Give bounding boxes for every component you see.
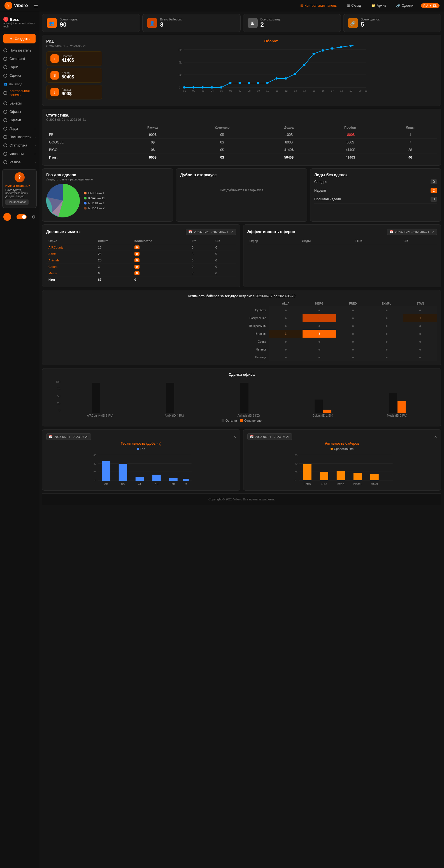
table-row: Meals 6 0 0 0 xyxy=(46,270,236,277)
nav-archive[interactable]: 📁 Архив xyxy=(369,4,388,7)
svg-text:60: 60 xyxy=(294,454,297,457)
nav-dashboard[interactable]: ⊞ Контрольная панель xyxy=(298,4,339,7)
svg-text:0: 0 xyxy=(294,479,296,482)
cell-dot xyxy=(318,357,320,358)
buyers-stat-value: 3 xyxy=(160,21,182,28)
sidebar-item-deal[interactable]: Сделка xyxy=(0,71,39,80)
svg-text:30: 30 xyxy=(94,462,96,465)
stat-card-commands: ⊞ Всего команд: 2 xyxy=(243,14,341,32)
offices-icon xyxy=(3,110,7,114)
cell-dot xyxy=(419,325,421,327)
cell-dot xyxy=(419,333,421,335)
nav-deals[interactable]: 🔗 Сделки xyxy=(394,4,415,7)
offer-date-filter[interactable]: 📅 2023-06-21 - 2023-06-21 ✕ xyxy=(387,229,437,235)
sidebar-item-command[interactable]: Command xyxy=(0,55,39,63)
hamburger-icon[interactable]: ☰ xyxy=(34,2,38,9)
svg-rect-77 xyxy=(303,464,311,480)
sidebar-bottom-orange-btn[interactable] xyxy=(3,213,11,221)
legend-ru-ru: RU/RU — 2 xyxy=(84,207,105,210)
svg-rect-59 xyxy=(119,464,127,481)
duplicates-section: Дубли в сторхаусе Нет дубликатов в сторх… xyxy=(176,168,307,222)
sidebar-nav-offices[interactable]: Офисы xyxy=(0,107,39,116)
heatmap-cell xyxy=(336,330,370,338)
table-row: Воскресенье21 xyxy=(46,314,437,322)
cell-dot xyxy=(318,310,320,311)
geo-activity-date[interactable]: 📅 2023-06-01 - 2023-06-21 xyxy=(46,433,91,440)
sidebar-nav-controlpanel[interactable]: Контрольная панель xyxy=(0,87,39,99)
geo-activity-title: Геоактивность (добыча) xyxy=(46,441,236,445)
sidebar: 1 Boss admin@command.vibero.tech ＋ Созда… xyxy=(0,11,39,868)
limits-total-ftd xyxy=(189,277,213,283)
limits-total-qty: 0 xyxy=(132,277,190,283)
offer-table: Офер Лиды FTDs CR xyxy=(247,238,437,244)
limits-date-filter[interactable]: 📅 2023-06-21 - 2023-06-21 ✕ xyxy=(186,229,236,235)
sidebar-item-office[interactable]: Офис xyxy=(0,63,39,71)
table-row: Alwix 23 0 0 0 xyxy=(46,251,236,257)
stat-cards: 👥 Всего лидов: 90 👤 Всего байеров: 3 ⊞ В… xyxy=(42,14,441,32)
sidebar-nav-stats[interactable]: Статистика › xyxy=(0,141,39,150)
stats-row-expense: 900$ xyxy=(122,131,184,139)
sidebar-nav-finance[interactable]: Финансы › xyxy=(0,150,39,158)
misc-expand-icon: › xyxy=(35,161,36,164)
sidebar-nav-leads[interactable]: Лиды › xyxy=(0,124,39,133)
limits-col-ftd: Ftd xyxy=(189,238,213,244)
sidebar-nav-misc[interactable]: Разное › xyxy=(0,158,39,166)
sidebar-nav-users[interactable]: Пользователи › xyxy=(0,133,39,141)
heatmap-cell xyxy=(303,306,336,314)
kz-at-dot xyxy=(84,197,87,199)
theme-toggle[interactable] xyxy=(17,214,27,219)
leads-expand-icon: › xyxy=(35,127,36,130)
stats-row-held: 0$ xyxy=(184,146,260,154)
svg-text:4k: 4k xyxy=(179,61,182,64)
stats-section: Статистика. С 2023-06-01 по 2023-06-21 Р… xyxy=(42,109,441,165)
stats-row-profit: 800$ xyxy=(317,139,383,146)
lang-toggle[interactable]: RU ● EN xyxy=(421,3,440,8)
commands-stat-value: 2 xyxy=(260,21,281,28)
heatmap-col-fred: FRED xyxy=(336,301,370,306)
stats-col-expense: Расход xyxy=(122,124,184,131)
stats-expand-icon: › xyxy=(35,144,36,147)
leads-no-deals-title: Лиды без сделок xyxy=(314,173,437,177)
geo-activity-close[interactable]: ✕ xyxy=(233,435,236,439)
svg-text:ALLA: ALLA xyxy=(321,483,327,486)
offer-col-cr: CR xyxy=(401,238,437,244)
dashboard-section-icon: 👥 xyxy=(3,82,7,86)
buyer-activity2-close[interactable]: ✕ xyxy=(434,435,437,439)
stats-row-name: Итог: xyxy=(46,154,122,161)
stats-row-profit: 4140$ xyxy=(317,154,383,161)
day-label: Среда xyxy=(46,338,269,345)
cell-value: 1 xyxy=(285,332,287,335)
list-item: Неделя2 xyxy=(314,186,437,195)
sidebar-nav-buyers[interactable]: Байеры xyxy=(0,99,39,107)
svg-point-26 xyxy=(350,45,352,47)
buyer-activity2-date[interactable]: 📅 2023-06-01 - 2023-06-21 xyxy=(247,433,292,440)
limits-header-row: Офис Лимит Количество Ftd CR xyxy=(46,238,236,244)
svg-rect-67 xyxy=(183,479,189,481)
buyer-activity2-card: 📅 2023-06-01 - 2023-06-21 ✕ Активность б… xyxy=(243,429,442,491)
buyer-bar-svg: 60 40 20 0 HBRG ALLA xyxy=(247,453,437,486)
lead-row-count: 0 xyxy=(431,179,437,184)
heatmap: ALLA HBRG FRED EXMPL STAN СубботаВоскрес… xyxy=(46,301,437,361)
heatmap-col-hbrg: HBRG xyxy=(303,301,336,306)
offer-clear-btn[interactable]: ✕ xyxy=(432,230,435,234)
svg-text:21: 21 xyxy=(365,89,368,92)
svg-text:AT: AT xyxy=(138,483,141,486)
three-cols: Гео для сделок Лиды, готовые к распредел… xyxy=(42,168,441,222)
buyer-cal-icon: 📅 xyxy=(250,435,254,438)
stats-col-profit: Профит xyxy=(317,124,383,131)
create-button[interactable]: ＋ Создать xyxy=(3,34,36,43)
help-doc-link[interactable]: Documentation xyxy=(5,199,29,205)
settings-gear-icon[interactable]: ⚙ xyxy=(32,214,36,220)
ru-ru-dot xyxy=(84,207,87,210)
stats-row-expense: 900$ xyxy=(122,154,184,161)
limits-title: Дневные лимиты xyxy=(46,229,81,234)
stats-row-expense: 0$ xyxy=(122,146,184,154)
sidebar-nav-deals[interactable]: Сделки xyxy=(0,116,39,124)
profit-label: Профит xyxy=(62,55,74,58)
sidebar-item-user[interactable]: Пользователь xyxy=(0,46,39,55)
stats-table: Расход Удержано Доход Профит Лиды FB 900… xyxy=(46,124,437,161)
nav-warehouse[interactable]: ▦ Склад xyxy=(345,4,363,7)
user-info: 1 Boss admin@command.vibero.tech xyxy=(0,14,39,31)
limits-clear-btn[interactable]: ✕ xyxy=(231,230,234,234)
profit-icon: ↑ xyxy=(51,54,59,63)
